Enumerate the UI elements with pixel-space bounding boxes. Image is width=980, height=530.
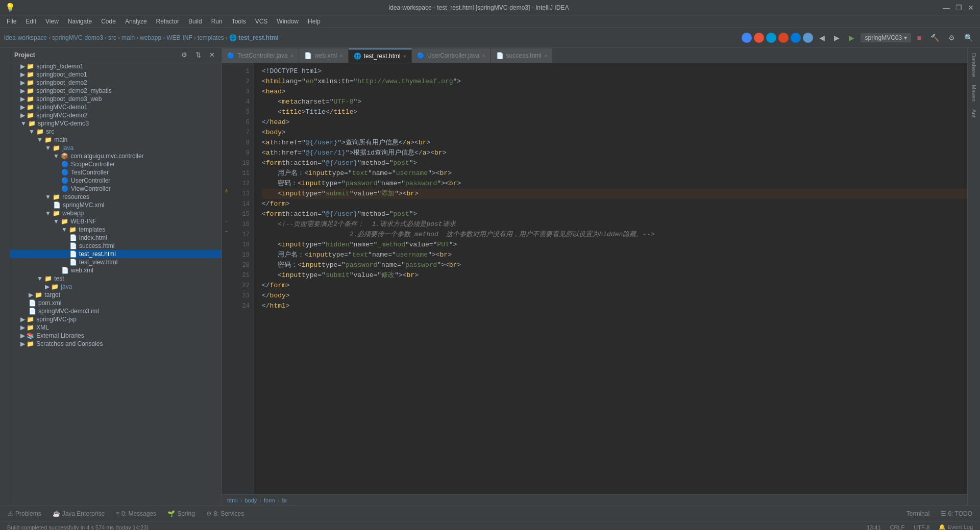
tree-item-springmvcxml[interactable]: 📄 springMVC.xml xyxy=(10,201,222,209)
menu-run[interactable]: Run xyxy=(207,17,227,26)
messages-tab[interactable]: ≡ 0: Messages xyxy=(111,509,161,519)
breadcrumb-webinf[interactable]: WEB-INF xyxy=(166,34,192,41)
breadcrumb-templates[interactable]: templates xyxy=(198,34,224,41)
tree-item-springboot2mybatis[interactable]: ▶ 📁 springboot_demo2_mybatis xyxy=(10,87,222,95)
tree-item-test-controller[interactable]: 🔵 TestController xyxy=(10,168,222,176)
tree-item-webapp[interactable]: ▼ 📁 webapp xyxy=(10,209,222,217)
tree-item-xml[interactable]: ▶ 📁 XML xyxy=(10,323,222,332)
menu-view[interactable]: View xyxy=(41,17,63,26)
tree-item-resources[interactable]: ▼ 📁 resources xyxy=(10,193,222,201)
java-enterprise-tab[interactable]: ☕ Java Enterprise xyxy=(47,509,110,519)
forward-button[interactable]: ▶ xyxy=(831,32,843,43)
breadcrumb-src[interactable]: src xyxy=(108,34,116,41)
ie-icon[interactable] xyxy=(803,33,813,43)
breadcrumb-module[interactable]: springMVC-demo3 xyxy=(52,34,103,41)
tree-item-test-view-html[interactable]: 📄 test_view.html xyxy=(10,258,222,266)
code-content[interactable]: <!DOCTYPE html> <html lang="en" xmlns:th… xyxy=(254,63,967,494)
menu-help[interactable]: Help xyxy=(304,17,325,26)
tree-item-spring5[interactable]: ▶ 📁 spring5_txdemo1 xyxy=(10,62,222,70)
breadcrumb-file[interactable]: 🌐 test_rest.html xyxy=(229,34,279,41)
tab-user-controller[interactable]: 🔵 UserController.java × xyxy=(412,48,491,63)
ant-icon[interactable]: Ant xyxy=(970,107,978,120)
tab-test-controller[interactable]: 🔵 TestController.java × xyxy=(222,48,299,63)
tab-close-button[interactable]: × xyxy=(403,53,406,59)
menu-build[interactable]: Build xyxy=(184,17,206,26)
statusbar-crlf[interactable]: CRLF xyxy=(888,524,907,531)
tab-test-rest-html[interactable]: 🌐 test_rest.html × xyxy=(349,48,412,63)
problems-tab[interactable]: ⚠ Problems xyxy=(3,509,46,519)
tree-item-test-java[interactable]: ▶ 📁 java xyxy=(10,283,222,291)
todo-tab[interactable]: ☰ 6: TODO xyxy=(936,509,977,519)
menu-navigate[interactable]: Navigate xyxy=(64,17,96,26)
tree-item-springboot2[interactable]: ▶ 📁 springboot_demo2 xyxy=(10,79,222,87)
tree-item-test-rest-html[interactable]: 📄 test_rest.html xyxy=(10,250,222,258)
search-button[interactable]: 🔍 xyxy=(961,32,976,43)
tree-item-springboot1[interactable]: ▶ 📁 springboot_demo1 xyxy=(10,70,222,79)
tree-item-springmvc1[interactable]: ▶ 📁 springMVC-demo1 xyxy=(10,103,222,111)
close-button[interactable]: ✕ xyxy=(967,4,975,12)
menu-edit[interactable]: Edit xyxy=(21,17,40,26)
menu-vcs[interactable]: VCS xyxy=(251,17,272,26)
tree-item-java[interactable]: ▼ 📁 java xyxy=(10,144,222,152)
tree-item-user-controller[interactable]: 🔵 UserController xyxy=(10,176,222,185)
tab-close-button[interactable]: × xyxy=(544,53,547,59)
tab-webxml[interactable]: 📄 web.xml × xyxy=(299,48,348,63)
menu-file[interactable]: File xyxy=(3,17,20,26)
edge-icon[interactable] xyxy=(791,33,801,43)
opera-icon[interactable] xyxy=(778,33,789,43)
minimize-button[interactable]: — xyxy=(942,4,950,12)
breadcrumb-main[interactable]: main xyxy=(121,34,135,41)
tree-item-webxml[interactable]: 📄 web.xml xyxy=(10,266,222,274)
firefox-icon[interactable] xyxy=(754,33,764,43)
tree-item-main[interactable]: ▼ 📁 main xyxy=(10,136,222,144)
tab-close-button[interactable]: × xyxy=(290,53,293,59)
tree-item-package[interactable]: ▼ 📦 com.atguigu.mvc.controller xyxy=(10,152,222,160)
tree-item-springmvc-jsp[interactable]: ▶ 📁 springMVC-jsp xyxy=(10,315,222,323)
tree-item-src[interactable]: ▼ 📁 src xyxy=(10,128,222,136)
statusbar-time[interactable]: 13:41 xyxy=(865,524,883,531)
run-button[interactable]: ▶ xyxy=(846,32,857,43)
menu-code[interactable]: Code xyxy=(97,17,120,26)
tab-close-button[interactable]: × xyxy=(482,53,485,59)
tree-item-iml[interactable]: 📄 springMVC-demo3.iml xyxy=(10,307,222,315)
chrome-icon[interactable] xyxy=(742,33,752,43)
tree-item-success-html[interactable]: 📄 success.html xyxy=(10,242,222,250)
breadcrumb-br[interactable]: br xyxy=(282,497,287,503)
build-status[interactable]: Build completed successfully in 4 s 574 … xyxy=(5,524,151,531)
tree-item-scope-controller[interactable]: 🔵 ScopeController xyxy=(10,160,222,168)
breadcrumb-body[interactable]: body xyxy=(244,497,257,503)
tree-item-external-libs[interactable]: ▶ 📚 External Libraries xyxy=(10,332,222,340)
build-button[interactable]: 🔨 xyxy=(927,32,942,43)
menu-refactor[interactable]: Refactor xyxy=(152,17,183,26)
tree-item-pomxml[interactable]: 📄 pom.xml xyxy=(10,299,222,307)
breadcrumb-form[interactable]: form xyxy=(264,497,275,503)
tree-item-scratches[interactable]: ▶ 📁 Scratches and Consoles xyxy=(10,340,222,348)
statusbar-encoding[interactable]: UTF-8 xyxy=(912,524,932,531)
tree-item-webinf[interactable]: ▼ 📁 WEB-INF xyxy=(10,217,222,225)
sidebar-close-button[interactable]: ✕ xyxy=(207,50,217,60)
breadcrumb-webapp[interactable]: webapp xyxy=(140,34,161,41)
tree-item-view-controller[interactable]: 🔵 ViewController xyxy=(10,185,222,193)
tree-item-springboot3web[interactable]: ▶ 📁 springboot_demo3_web xyxy=(10,95,222,103)
services-tab[interactable]: ⚙ 8: Services xyxy=(201,509,249,519)
tree-item-test[interactable]: ▼ 📁 test xyxy=(10,274,222,283)
sidebar-settings-button[interactable]: ⚙ xyxy=(179,50,190,60)
sidebar-sort-button[interactable]: ⇅ xyxy=(193,50,204,60)
safari-icon[interactable] xyxy=(766,33,776,43)
maven-icon[interactable]: Maven xyxy=(970,82,978,104)
run-config-selector[interactable]: springMVC03 ▾ xyxy=(861,33,911,42)
menu-window[interactable]: Window xyxy=(273,17,303,26)
menu-analyze[interactable]: Analyze xyxy=(121,17,151,26)
tab-success-html[interactable]: 📄 success.html × xyxy=(491,48,553,63)
spring-tab[interactable]: 🌱 Spring xyxy=(162,509,200,519)
stop-button[interactable]: ■ xyxy=(914,32,924,43)
breadcrumb-html[interactable]: html xyxy=(227,497,238,503)
tree-item-target[interactable]: ▶ 📁 target xyxy=(10,291,222,299)
menu-tools[interactable]: Tools xyxy=(228,17,250,26)
settings-button[interactable]: ⚙ xyxy=(945,32,958,43)
tree-item-springmvc3[interactable]: ▼ 📁 springMVC-demo3 xyxy=(10,119,222,128)
back-button[interactable]: ◀ xyxy=(816,32,828,43)
breadcrumb-workspace[interactable]: idea-workspace xyxy=(4,34,47,41)
tree-item-index-html[interactable]: 📄 index.html xyxy=(10,234,222,242)
tree-item-templates[interactable]: ▼ 📁 templates xyxy=(10,225,222,234)
